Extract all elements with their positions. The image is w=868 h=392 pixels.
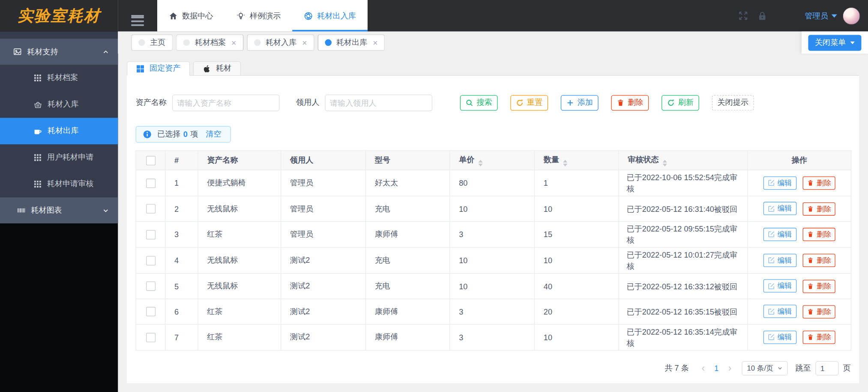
- delete-button[interactable]: 删除: [611, 95, 649, 110]
- page-size-select[interactable]: 10 条/页: [742, 361, 788, 376]
- cell-review-status: 已于2022-10-06 15:52:54完成审核: [619, 170, 748, 196]
- row-checkbox[interactable]: [146, 333, 155, 342]
- page-tab-label: 耗材入库: [266, 38, 296, 48]
- aperture-icon: [304, 11, 313, 20]
- jump-page-input[interactable]: [815, 361, 838, 376]
- asset-name-input[interactable]: [172, 95, 280, 111]
- row-edit-button[interactable]: 编辑: [763, 202, 796, 215]
- tab-actions-area: 关闭菜单: [802, 32, 868, 54]
- col-recipient: 领用人: [281, 151, 366, 170]
- top-nav-tabs: 数据中心 样例演示 耗材出入库: [157, 0, 368, 32]
- cell-asset-name: 红茶: [198, 221, 281, 247]
- lock-icon[interactable]: [757, 11, 767, 21]
- row-checkbox[interactable]: [146, 307, 155, 317]
- clear-selection-link[interactable]: 清空: [206, 129, 221, 139]
- row-edit-button[interactable]: 编辑: [763, 330, 796, 344]
- cell-model: 充电: [365, 247, 449, 273]
- sidebar-section-consumable-charts[interactable]: 耗材图表: [0, 197, 118, 223]
- page-tab-consumable-outbound[interactable]: 耗材出库 ×: [318, 35, 384, 50]
- close-tip-button[interactable]: 关闭提示: [712, 95, 754, 110]
- row-edit-button[interactable]: 编辑: [763, 305, 796, 318]
- chevron-down-icon: [102, 207, 109, 214]
- tab-consumables[interactable]: 耗材: [193, 61, 241, 76]
- page-tab-home[interactable]: 主页: [132, 35, 172, 50]
- cell-actions: 编辑 删除: [748, 324, 851, 350]
- sidebar-item-label: 耗材申请审核: [47, 179, 94, 189]
- select-all-checkbox[interactable]: [146, 156, 155, 165]
- cell-index: 1: [165, 170, 198, 196]
- cell-recipient: 管理员: [281, 170, 366, 196]
- edit-icon: [768, 179, 775, 187]
- search-icon: [466, 99, 473, 107]
- user-name: 管理员: [805, 11, 828, 21]
- close-icon[interactable]: ×: [373, 39, 377, 47]
- fullscreen-icon[interactable]: [738, 11, 748, 21]
- recipient-input[interactable]: [325, 95, 432, 111]
- prev-page-button[interactable]: ‹: [697, 363, 710, 373]
- sort-toggle[interactable]: [663, 160, 667, 166]
- sidebar-item-consumable-request-review[interactable]: 耗材申请审核: [0, 171, 118, 197]
- nav-item-label: 耗材出入库: [317, 11, 356, 21]
- row-delete-button[interactable]: 删除: [803, 279, 835, 293]
- avatar[interactable]: [843, 7, 860, 24]
- tab-dot-icon: [138, 39, 145, 46]
- row-checkbox[interactable]: [146, 282, 155, 291]
- nav-item-consumable-in-out[interactable]: 耗材出入库: [292, 0, 368, 32]
- row-edit-label: 编辑: [778, 204, 792, 214]
- close-icon[interactable]: ×: [231, 39, 236, 47]
- nav-item-data-center[interactable]: 数据中心: [157, 0, 225, 32]
- cell-quantity: 10: [535, 247, 619, 273]
- sort-toggle[interactable]: [478, 160, 482, 166]
- table-row: 4 无线鼠标 测试2 充电 10 10 已于2022-05-12 10:01:2…: [136, 247, 851, 273]
- reset-button[interactable]: 重置: [510, 95, 548, 110]
- cell-recipient: 测试2: [281, 299, 366, 324]
- sidebar-item-consumable-inbound[interactable]: 耗材入库: [0, 91, 118, 118]
- next-page-button[interactable]: ›: [723, 363, 736, 373]
- edit-icon: [768, 231, 775, 238]
- cell-price: 10: [450, 247, 535, 273]
- search-button[interactable]: 搜索: [460, 95, 498, 110]
- cell-asset-name: 便捷式躺椅: [198, 170, 281, 196]
- row-delete-button[interactable]: 删除: [803, 331, 835, 344]
- row-checkbox[interactable]: [146, 178, 155, 188]
- page-tab-consumable-archive[interactable]: 耗材档案 ×: [177, 35, 243, 50]
- page-tab-consumable-inbound[interactable]: 耗材入库 ×: [247, 35, 314, 50]
- row-delete-button[interactable]: 删除: [803, 228, 835, 241]
- tab-fixed-assets[interactable]: 固定资产: [127, 61, 190, 76]
- row-edit-button[interactable]: 编辑: [763, 279, 796, 293]
- row-delete-button[interactable]: 删除: [803, 176, 835, 190]
- table-body: 1 便捷式躺椅 管理员 好太太 80 1 已于2022-10-06 15:52:…: [136, 170, 851, 350]
- nav-item-sample-demo[interactable]: 样例演示: [225, 0, 293, 32]
- cell-quantity: 10: [535, 196, 619, 221]
- sidebar-item-user-consumable-request[interactable]: 用户耗材申请: [0, 144, 118, 171]
- row-delete-button[interactable]: 删除: [803, 202, 835, 216]
- reset-icon: [516, 99, 524, 107]
- row-delete-label: 删除: [817, 230, 831, 240]
- filter-row: 资产名称 领用人 搜索 重置: [136, 95, 850, 111]
- row-delete-label: 删除: [817, 204, 831, 214]
- cell-price: 3: [450, 221, 535, 247]
- sidebar-section-consumable-support[interactable]: 耗材支持: [0, 39, 118, 65]
- user-dropdown[interactable]: 管理员: [805, 11, 837, 21]
- row-checkbox[interactable]: [146, 256, 155, 265]
- sidebar-item-consumable-archive[interactable]: 耗材档案: [0, 65, 118, 91]
- trash-icon: [807, 257, 814, 264]
- row-edit-button[interactable]: 编辑: [763, 228, 796, 241]
- row-delete-button[interactable]: 删除: [803, 305, 835, 318]
- page-number-1[interactable]: 1: [710, 364, 723, 373]
- row-edit-button[interactable]: 编辑: [763, 254, 796, 267]
- row-edit-label: 编辑: [778, 255, 792, 265]
- sidebar-item-consumable-outbound[interactable]: 耗材出库: [0, 118, 118, 144]
- close-icon[interactable]: ×: [302, 39, 307, 47]
- row-edit-button[interactable]: 编辑: [763, 176, 796, 190]
- row-checkbox[interactable]: [146, 204, 155, 214]
- close-menu-button[interactable]: 关闭菜单: [808, 35, 861, 50]
- sort-toggle[interactable]: [563, 160, 567, 166]
- refresh-button[interactable]: 刷新: [661, 95, 699, 110]
- edit-icon: [768, 257, 775, 264]
- row-checkbox[interactable]: [146, 230, 155, 239]
- hamburger-menu-button[interactable]: [118, 0, 157, 32]
- add-button[interactable]: 添加: [561, 95, 599, 110]
- row-delete-button[interactable]: 删除: [803, 254, 835, 267]
- asset-name-label: 资产名称: [136, 98, 167, 108]
